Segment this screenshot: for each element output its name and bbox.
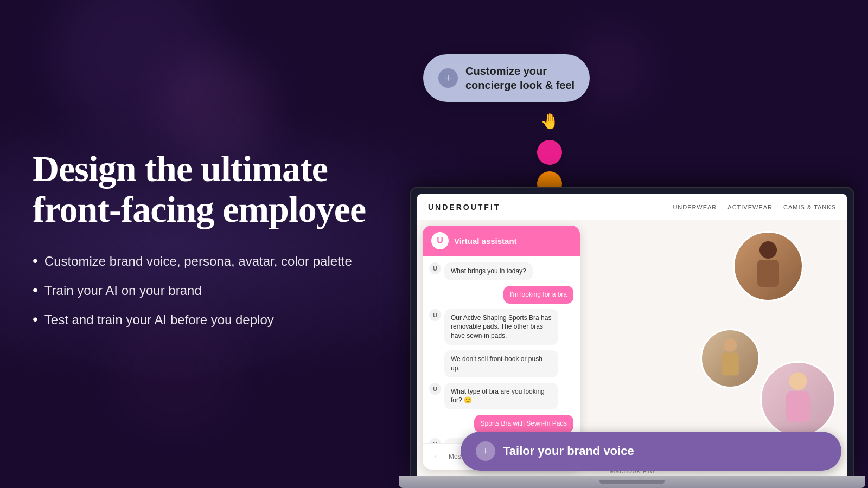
bot-bubble-4: What type of bra are you looking for? 🙂 <box>444 383 558 410</box>
bot-avatar-2: U <box>429 309 441 321</box>
laptop-screen: UNDEROUTFIT UNDERWEAR ACTIVEWEAR CAMIS &… <box>417 194 847 476</box>
swatch-pink[interactable] <box>537 140 562 165</box>
user-bubble-1: I'm looking for a bra <box>503 286 573 304</box>
model-photo-2 <box>700 329 760 388</box>
bot-avatar-3: U <box>429 383 441 395</box>
customize-bubble[interactable]: + Customize your concierge look & feel <box>423 54 590 102</box>
chat-message-2: I'm looking for a bra <box>429 286 573 304</box>
headline: Design the ultimate front-facing employe… <box>33 149 401 230</box>
right-area: + Customize your concierge look & feel 🤚… <box>396 0 868 488</box>
chat-back-button[interactable]: ← <box>429 449 444 464</box>
chat-messages: U What brings you in today? I'm looking … <box>423 256 580 443</box>
bot-avatar-4: U <box>429 438 441 443</box>
chat-avatar: U <box>431 232 449 249</box>
svg-rect-5 <box>786 391 810 422</box>
laptop-base <box>399 476 865 488</box>
model-photo-1 <box>733 231 803 301</box>
headline-line1: Design the ultimate <box>33 148 328 189</box>
headline-line2: front-facing employee <box>33 189 366 230</box>
tailor-bubble[interactable]: + Tailor your brand voice <box>461 432 841 471</box>
chat-message-3: U Our Active Shaping Sports Bra has remo… <box>429 309 573 345</box>
tailor-plus-icon: + <box>476 441 495 461</box>
nav-underwear: UNDERWEAR <box>673 204 717 210</box>
bot-avatar-1: U <box>429 262 441 274</box>
chat-header: U Virtual assistant <box>423 226 580 256</box>
chat-title: Virtual assistant <box>454 236 517 246</box>
svg-point-4 <box>789 373 807 390</box>
feature-item-1: Customize brand voice, persona, avatar, … <box>33 252 401 271</box>
model-photo-3 <box>760 361 836 437</box>
feature-item-2: Train your AI on your brand <box>33 281 401 300</box>
chat-message-6: Sports Bra with Sewn-In Pads <box>429 415 573 433</box>
laptop-mockup: UNDEROUTFIT UNDERWEAR ACTIVEWEAR CAMIS &… <box>396 187 868 488</box>
site-content: U Virtual assistant U What brings you in… <box>417 220 847 476</box>
bot-bubble-1: What brings you in today? <box>444 262 533 280</box>
feature-item-3: Test and train your AI before you deploy <box>33 310 401 330</box>
laptop-screen-outer: UNDEROUTFIT UNDERWEAR ACTIVEWEAR CAMIS &… <box>410 187 854 476</box>
nav-activewear: ACTIVEWEAR <box>727 204 773 210</box>
customize-bubble-text: Customize your concierge look & feel <box>465 64 575 92</box>
svg-rect-1 <box>757 260 779 287</box>
left-content: Design the ultimate front-facing employe… <box>33 149 401 339</box>
feature-list: Customize brand voice, persona, avatar, … <box>33 252 401 330</box>
svg-point-2 <box>724 338 737 352</box>
chat-message-4: We don't sell front-hook or push up. <box>429 350 573 377</box>
customize-plus-icon: + <box>438 68 458 88</box>
site-navbar: UNDEROUTFIT UNDERWEAR ACTIVEWEAR CAMIS &… <box>417 194 847 220</box>
site-logo: UNDEROUTFIT <box>428 203 500 211</box>
bot-bubble-2: Our Active Shaping Sports Bra has remova… <box>444 309 558 345</box>
hand-cursor-icon: 🤚 <box>537 108 562 133</box>
bot-bubble-3: We don't sell front-hook or push up. <box>444 350 558 377</box>
chat-message-5: U What type of bra are you looking for? … <box>429 383 573 410</box>
user-bubble-2: Sports Bra with Sewn-In Pads <box>474 415 573 433</box>
laptop-notch <box>599 480 665 484</box>
chat-message-1: U What brings you in today? <box>429 262 573 280</box>
tailor-bubble-text: Tailor your brand voice <box>503 444 634 458</box>
svg-rect-3 <box>722 353 739 376</box>
nav-camis: CAMIS & TANKS <box>783 204 836 210</box>
site-nav-links: UNDERWEAR ACTIVEWEAR CAMIS & TANKS <box>673 204 836 210</box>
svg-point-0 <box>760 241 777 259</box>
